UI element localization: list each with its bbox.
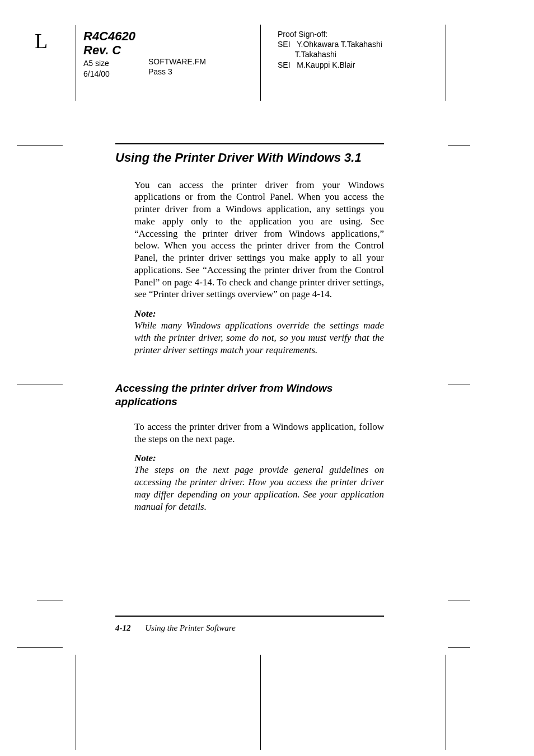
note-paragraph: The steps on the next page provide gener… bbox=[134, 464, 384, 513]
document-page: L R4C4620 Rev. C A5 size 6/14/00 SOFTWAR… bbox=[0, 0, 534, 756]
header-doc-block: R4C4620 Rev. C A5 size 6/14/00 bbox=[83, 29, 135, 79]
body-paragraph: You can access the printer driver from y… bbox=[134, 179, 384, 301]
doc-revision: Rev. C bbox=[83, 43, 135, 57]
subsection-body: To access the printer driver from a Wind… bbox=[134, 421, 384, 513]
section-rule bbox=[115, 143, 384, 144]
crop-mark bbox=[448, 145, 470, 146]
page-footer: 4-12 Using the Printer Software bbox=[115, 623, 384, 633]
doc-date: 6/14/00 bbox=[83, 69, 135, 79]
page-number: 4-12 bbox=[115, 623, 131, 632]
proof-title: Proof Sign-off: bbox=[278, 29, 382, 39]
header-doc-block-2: SOFTWARE.FM Pass 3 bbox=[148, 57, 206, 77]
subsection-heading: Accessing the printer driver from Window… bbox=[115, 382, 384, 408]
doc-size: A5 size bbox=[83, 59, 135, 69]
crop-mark bbox=[448, 384, 470, 384]
content-column: Using the Printer Driver With Windows 3.… bbox=[115, 143, 384, 513]
doc-code: R4C4620 bbox=[83, 29, 135, 43]
proof-line: SEI M.Kauppi K.Blair bbox=[278, 60, 382, 70]
crop-mark bbox=[17, 145, 63, 146]
crop-mark bbox=[446, 25, 446, 101]
crop-mark bbox=[446, 655, 446, 750]
doc-pass: Pass 3 bbox=[148, 67, 206, 77]
proof-line: SEI Y.Ohkawara T.Takahashi bbox=[278, 39, 382, 49]
crop-mark bbox=[17, 384, 63, 384]
page-side-letter: L bbox=[35, 30, 48, 51]
crop-mark bbox=[448, 600, 470, 600]
crop-mark bbox=[37, 600, 63, 600]
section-body: You can access the printer driver from y… bbox=[134, 179, 384, 356]
header-divider bbox=[76, 25, 76, 101]
section-heading: Using the Printer Driver With Windows 3.… bbox=[115, 150, 384, 166]
body-paragraph: To access the printer driver from a Wind… bbox=[134, 421, 384, 445]
crop-mark bbox=[448, 647, 470, 648]
footer-rule bbox=[115, 616, 384, 617]
crop-mark bbox=[76, 655, 76, 750]
doc-filename: SOFTWARE.FM bbox=[148, 57, 206, 67]
note-paragraph: While many Windows applications override… bbox=[134, 320, 384, 356]
note-label: Note: bbox=[134, 453, 384, 464]
crop-mark bbox=[260, 655, 261, 750]
note-label: Note: bbox=[134, 308, 384, 320]
crop-mark bbox=[17, 647, 63, 648]
proof-signoff-block: Proof Sign-off: SEI Y.Ohkawara T.Takahas… bbox=[278, 29, 382, 70]
header-divider bbox=[260, 25, 261, 101]
proof-line: T.Takahashi bbox=[278, 49, 382, 59]
running-title: Using the Printer Software bbox=[145, 623, 236, 632]
